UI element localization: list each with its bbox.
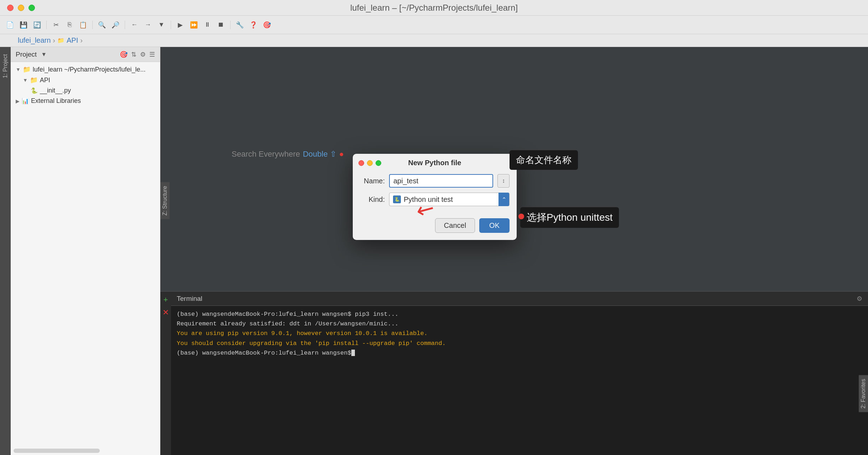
terminal-content: (base) wangsendeMacBook-Pro:lufei_learn …: [171, 306, 868, 361]
name-label: Name:: [360, 177, 385, 185]
paste-btn[interactable]: 📋: [77, 19, 89, 31]
tree-root-label: lufei_learn ~/PycharmProjects/lufei_le..…: [33, 66, 146, 73]
tree-root[interactable]: ▼ 📁 lufei_learn ~/PycharmProjects/lufei_…: [11, 64, 160, 75]
kind-label: Kind:: [360, 195, 385, 204]
find-in-path-btn[interactable]: 🔎: [110, 19, 121, 31]
back-btn[interactable]: ←: [129, 19, 140, 31]
structure-tab[interactable]: Z: Structure: [160, 182, 170, 219]
debug-btn[interactable]: 🎯: [261, 19, 273, 31]
python-file-icon: 🐍: [31, 87, 38, 94]
search-hint-text: Search Everywhere: [232, 150, 300, 159]
folder-icon: 📁: [23, 66, 31, 73]
terminal-side-tabs: + ✕: [160, 291, 171, 455]
search-hint-blue: Double ⇧: [303, 150, 336, 159]
locate-icon[interactable]: 🎯: [120, 51, 128, 58]
term-line-1: (base) wangsendeMacBook-Pro:lufei_learn …: [177, 309, 862, 319]
annotation-unittest-dot: [518, 214, 524, 219]
stop-btn[interactable]: ⏹: [215, 19, 227, 31]
terminal-cursor: [351, 350, 355, 356]
file-tree: ▼ 📁 lufei_learn ~/PycharmProjects/lufei_…: [11, 62, 160, 446]
breadcrumb-folder-icon: 📁: [57, 37, 64, 44]
breadcrumb-sep2: ›: [80, 36, 83, 45]
find-btn[interactable]: 🔍: [96, 19, 108, 31]
kind-dropdown-arrow[interactable]: ⌃: [498, 193, 509, 206]
project-tab[interactable]: 1: Project: [1, 51, 10, 82]
new-file-btn[interactable]: 📄: [4, 19, 16, 31]
ext-arrow: ▶: [16, 98, 20, 104]
dialog-maximize-btn[interactable]: [376, 160, 381, 166]
breadcrumb-sep1: ›: [53, 36, 55, 45]
dialog-name-row: Name: ↕: [360, 174, 510, 188]
terminal-title: Terminal: [177, 295, 202, 303]
dialog-buttons: Cancel OK: [353, 218, 517, 240]
name-input[interactable]: [389, 174, 493, 188]
minimize-button[interactable]: [18, 5, 24, 11]
close-button[interactable]: [7, 5, 14, 11]
breadcrumb-item-1[interactable]: lufei_learn: [18, 36, 51, 45]
tree-init-label: __init__.py: [40, 87, 71, 94]
annotation-name-text: 命名文件名称: [516, 155, 572, 165]
api-folder-icon: 📁: [30, 76, 38, 84]
project-panel-title: Project: [16, 51, 37, 58]
pause-btn[interactable]: ⏸: [202, 19, 213, 31]
term-line-4: You should consider upgrading via the 'p…: [177, 339, 862, 348]
term-line-5: (base) wangsendeMacBook-Pro:lufei_learn …: [177, 348, 862, 358]
sep4: [171, 21, 171, 29]
project-panel-dropdown[interactable]: ▼: [41, 51, 47, 58]
expand-icon[interactable]: ⇅: [131, 51, 136, 58]
scrollbar-area: [11, 446, 160, 455]
save-btn[interactable]: 💾: [18, 19, 29, 31]
toolbar: 📄 💾 🔄 ✂ ⎘ 📋 🔍 🔎 ← → ▼ ▶ ⏩ ⏸ ⏹ 🔧 ❓ 🎯: [0, 16, 868, 34]
term-line-3: You are using pip version 9.0.1, however…: [177, 329, 862, 338]
sync-btn[interactable]: 🔄: [31, 19, 43, 31]
tree-ext-libs[interactable]: ▶ 📊 External Libraries: [11, 96, 160, 106]
new-python-file-dialog[interactable]: New Python file Name: ↕ Kind: 🐍 Python u…: [353, 154, 517, 240]
cut-btn[interactable]: ✂: [50, 19, 62, 31]
terminal-header: Terminal ⚙: [171, 292, 868, 306]
api-expand-arrow: ▼: [23, 77, 28, 83]
tree-api-label: API: [40, 77, 50, 84]
terminal-settings-icon[interactable]: ⚙: [857, 295, 862, 303]
favorites-tab[interactable]: 2: Favorites: [859, 375, 868, 412]
window-title: lufei_learn – [~/PycharmProjects/lufei_l…: [350, 3, 518, 13]
title-bar: lufei_learn – [~/PycharmProjects/lufei_l…: [0, 0, 868, 16]
cancel-button[interactable]: Cancel: [435, 218, 475, 233]
help-btn[interactable]: ❓: [248, 19, 259, 31]
run-btn[interactable]: ▶: [175, 19, 186, 31]
dropdown-btn[interactable]: ▼: [156, 19, 167, 31]
ok-button[interactable]: OK: [479, 218, 510, 233]
dialog-title: New Python file: [408, 159, 461, 167]
horizontal-scrollbar[interactable]: [14, 449, 100, 453]
breadcrumb-item-2[interactable]: API: [67, 36, 78, 45]
main-layout: 1: Project Project ▼ 🎯 ⇅ ⚙ ☰ ▼ 📁 lufei_l…: [0, 47, 868, 455]
tree-api-folder[interactable]: ▼ 📁 API: [11, 75, 160, 85]
maximize-button[interactable]: [29, 5, 35, 11]
sep3: [125, 21, 125, 29]
forward-btn[interactable]: →: [142, 19, 154, 31]
annotation-unittest-tooltip: 选择Python unittest: [520, 207, 619, 228]
kind-select[interactable]: 🐍 Python unit test ⌃: [389, 193, 510, 206]
settings-icon[interactable]: ⚙: [140, 51, 146, 58]
project-panel: Project ▼ 🎯 ⇅ ⚙ ☰ ▼ 📁 lufei_learn ~/Pych…: [11, 47, 160, 455]
sort-button[interactable]: ↕: [497, 174, 510, 188]
copy-btn[interactable]: ⎘: [64, 19, 75, 31]
settings-btn[interactable]: 🔧: [234, 19, 246, 31]
sep2: [92, 21, 93, 29]
more-icon[interactable]: ☰: [149, 51, 155, 58]
dialog-minimize-btn[interactable]: [367, 160, 373, 166]
terminal-close-btn[interactable]: ✕: [162, 308, 169, 317]
dialog-close-btn[interactable]: [358, 160, 364, 166]
term-line-2: Requirement already satisfied: ddt in /U…: [177, 319, 862, 329]
search-dot: ●: [339, 150, 344, 159]
sep5: [230, 21, 231, 29]
annotation-unittest-text: 选择Python unittest: [527, 212, 613, 223]
dialog-traffic-lights: [358, 160, 381, 166]
tree-ext-libs-label: External Libraries: [31, 97, 81, 105]
tree-init-py[interactable]: 🐍 __init__.py: [11, 85, 160, 96]
terminal-area: Terminal ⚙ (base) wangsendeMacBook-Pro:l…: [171, 291, 868, 455]
terminal-add-btn[interactable]: +: [164, 295, 168, 304]
annotation-name-tooltip: 命名文件名称: [510, 150, 578, 170]
search-hint: Search Everywhere Double ⇧ ●: [232, 150, 344, 159]
dialog-titlebar: New Python file: [353, 154, 517, 171]
run-fast-btn[interactable]: ⏩: [188, 19, 200, 31]
